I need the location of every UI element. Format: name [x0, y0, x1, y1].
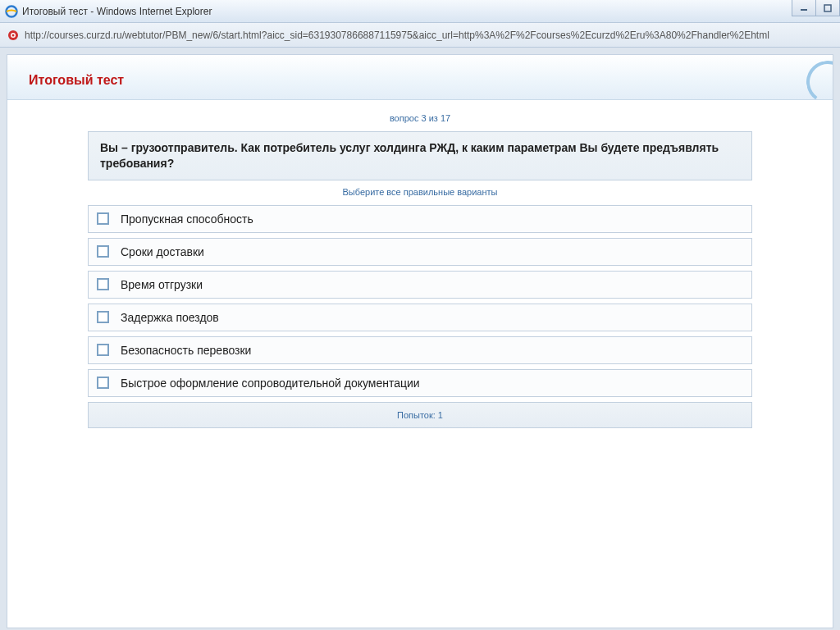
attempts-bar: Попыток: 1 [88, 402, 752, 428]
ie-icon [5, 5, 18, 18]
answer-option[interactable]: Пропускная способность [88, 205, 752, 233]
attempts-label: Попыток: [397, 410, 436, 420]
minimize-button[interactable] [792, 0, 816, 16]
header-decoration [803, 57, 833, 107]
checkbox-icon[interactable] [97, 212, 109, 225]
svg-rect-2 [824, 5, 831, 11]
option-label: Время отгрузки [121, 278, 203, 291]
question-progress: вопрос 3 из 17 [7, 113, 833, 123]
checkbox-icon[interactable] [97, 377, 109, 389]
checkbox-icon[interactable] [97, 344, 109, 356]
attempts-value: 1 [438, 410, 443, 420]
maximize-button[interactable] [815, 0, 840, 16]
favicon [7, 29, 20, 42]
answer-option[interactable]: Задержка поездов [88, 304, 752, 331]
test-body: вопрос 3 из 17 Вы – грузоотправитель. Ка… [7, 100, 833, 428]
maximize-icon [824, 4, 832, 12]
option-label: Сроки доставки [121, 245, 204, 258]
option-label: Задержка поездов [121, 311, 219, 324]
page-title: Итоговый тест [29, 73, 811, 88]
address-bar[interactable]: http://courses.curzd.ru/webtutor/PBM_new… [0, 23, 840, 48]
page-header: Итоговый тест [7, 55, 833, 100]
question-text: Вы – грузоотправитель. Как потребитель у… [88, 131, 752, 180]
option-label: Быстрое оформление сопроводительной доку… [121, 377, 420, 390]
window-controls [792, 0, 840, 16]
question-hint: Выберите все правильные варианты [88, 180, 752, 205]
content-frame: Итоговый тест вопрос 3 из 17 Вы – грузоо… [7, 54, 833, 628]
window-titlebar: Итоговый тест - Windows Internet Explore… [0, 0, 840, 23]
checkbox-icon[interactable] [97, 278, 109, 290]
checkbox-icon[interactable] [97, 245, 109, 258]
window-title: Итоговый тест - Windows Internet Explore… [22, 6, 212, 17]
option-label: Пропускная способность [121, 212, 253, 226]
answer-option[interactable]: Время отгрузки [88, 271, 752, 299]
url-text: http://courses.curzd.ru/webtutor/PBM_new… [25, 30, 769, 41]
answer-option[interactable]: Безопасность перевозки [88, 336, 752, 364]
option-label: Безопасность перевозки [121, 344, 251, 357]
svg-point-5 [12, 34, 15, 36]
answer-option[interactable]: Сроки доставки [88, 238, 752, 266]
answer-option[interactable]: Быстрое оформление сопроводительной доку… [88, 369, 752, 397]
checkbox-icon[interactable] [97, 311, 109, 323]
minimize-icon [800, 4, 808, 12]
